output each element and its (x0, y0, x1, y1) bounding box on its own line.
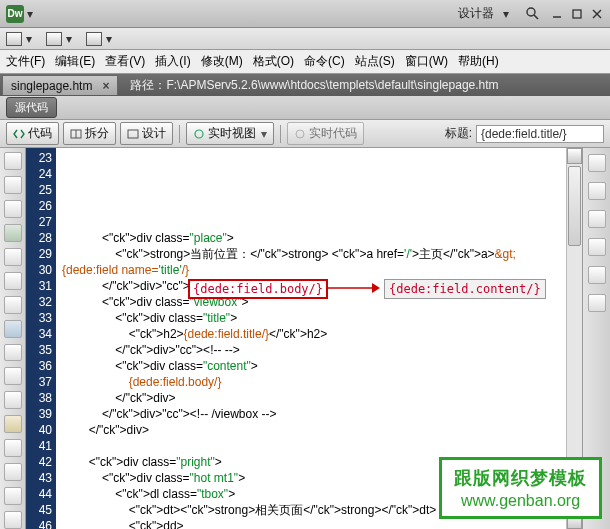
scroll-up-button[interactable] (567, 148, 582, 164)
dropdown-icon[interactable]: ▾ (66, 32, 76, 46)
tool-button[interactable] (4, 344, 22, 362)
file-tab[interactable]: singlepage.htm × (2, 75, 118, 95)
panel-button[interactable] (588, 238, 606, 256)
tool-button[interactable] (4, 152, 22, 170)
menu-site[interactable]: 站点(S) (355, 53, 395, 70)
source-code-button[interactable]: 源代码 (6, 97, 57, 118)
tool-button[interactable] (4, 415, 22, 433)
dropdown-icon[interactable]: ▾ (106, 32, 116, 46)
window-buttons (550, 7, 604, 21)
tool-button[interactable] (4, 176, 22, 194)
line-gutter: 2324252627282930313233343536373839404142… (26, 148, 56, 529)
panel-button[interactable] (588, 266, 606, 284)
menu-view[interactable]: 查看(V) (105, 53, 145, 70)
layout-option[interactable] (46, 32, 62, 46)
workspace-selector[interactable]: 设计器 (458, 5, 494, 22)
tool-button[interactable] (4, 487, 22, 505)
titlebar: Dw ▾ 设计器 ▾ (0, 0, 610, 28)
panel-button[interactable] (588, 182, 606, 200)
svg-point-10 (296, 130, 304, 138)
menubar: 文件(F) 编辑(E) 查看(V) 插入(I) 修改(M) 格式(O) 命令(C… (0, 50, 610, 74)
tool-button[interactable] (4, 391, 22, 409)
tab-label: singlepage.htm (11, 79, 92, 93)
dropdown-icon[interactable]: ▾ (26, 32, 36, 46)
menu-format[interactable]: 格式(O) (253, 53, 294, 70)
svg-marker-12 (372, 283, 380, 293)
tool-button[interactable] (4, 272, 22, 290)
svg-line-1 (534, 15, 538, 19)
left-toolbar (0, 148, 26, 529)
watermark-line2: www.genban.org (454, 492, 587, 510)
dropdown-icon[interactable]: ▾ (503, 7, 509, 21)
search-icon[interactable] (526, 7, 539, 20)
layout-option[interactable] (86, 32, 102, 46)
panel-button[interactable] (588, 154, 606, 172)
menu-file[interactable]: 文件(F) (6, 53, 45, 70)
layout-option[interactable] (6, 32, 22, 46)
highlight-box-target: {dede:field.content/} (384, 279, 546, 299)
view-toolbar: 代码 拆分 设计 实时视图▾ 实时代码 标题: {dede:field.titl… (0, 120, 610, 148)
tool-button[interactable] (4, 439, 22, 457)
minimize-button[interactable] (550, 7, 564, 21)
title-input[interactable]: {dede:field.title/} (476, 125, 604, 143)
close-icon[interactable]: × (102, 79, 109, 93)
menu-modify[interactable]: 修改(M) (201, 53, 243, 70)
panel-button[interactable] (588, 294, 606, 312)
design-view-button[interactable]: 设计 (120, 122, 173, 145)
live-view-button[interactable]: 实时视图▾ (186, 122, 274, 145)
menu-window[interactable]: 窗口(W) (405, 53, 448, 70)
tool-button[interactable] (4, 248, 22, 266)
svg-rect-3 (573, 10, 581, 18)
tool-button[interactable] (4, 200, 22, 218)
dropdown-icon[interactable]: ▾ (27, 7, 33, 21)
code-view-button[interactable]: 代码 (6, 122, 59, 145)
app-logo: Dw (6, 5, 24, 23)
source-row: 源代码 (0, 96, 610, 120)
menu-insert[interactable]: 插入(I) (155, 53, 190, 70)
tool-button[interactable] (4, 463, 22, 481)
svg-point-9 (195, 130, 203, 138)
live-code-button[interactable]: 实时代码 (287, 122, 364, 145)
highlight-box-source: {dede:field.body/} (188, 279, 328, 299)
svg-point-0 (527, 8, 535, 16)
split-view-button[interactable]: 拆分 (63, 122, 116, 145)
tool-button[interactable] (4, 224, 22, 242)
menu-command[interactable]: 命令(C) (304, 53, 345, 70)
maximize-button[interactable] (570, 7, 584, 21)
panel-button[interactable] (588, 210, 606, 228)
menu-edit[interactable]: 编辑(E) (55, 53, 95, 70)
close-button[interactable] (590, 7, 604, 21)
scroll-thumb[interactable] (568, 166, 581, 246)
tool-button[interactable] (4, 367, 22, 385)
file-path: 路径：F:\APMServ5.2.6\www\htdocs\templets\d… (130, 77, 498, 94)
arrow-icon (324, 281, 382, 295)
document-tabs: singlepage.htm × 路径：F:\APMServ5.2.6\www\… (0, 74, 610, 96)
tool-button[interactable] (4, 296, 22, 314)
title-label: 标题: (445, 125, 472, 142)
layout-switcher: ▾ ▾ ▾ (0, 28, 610, 50)
menu-help[interactable]: 帮助(H) (458, 53, 499, 70)
watermark: 跟版网织梦模板 www.genban.org (439, 457, 602, 519)
tool-button[interactable] (4, 320, 22, 338)
svg-rect-8 (128, 130, 138, 138)
watermark-line1: 跟版网织梦模板 (454, 466, 587, 490)
tool-button[interactable] (4, 511, 22, 529)
